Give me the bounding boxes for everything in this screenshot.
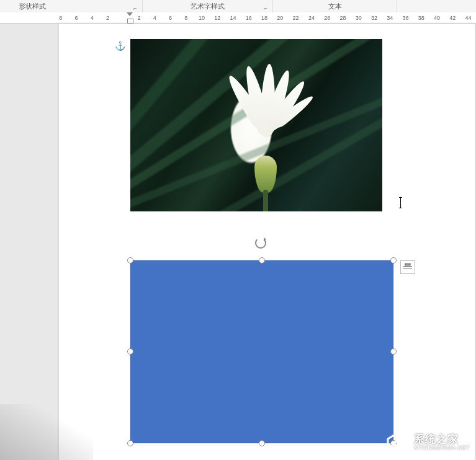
group-text: 文本 — [273, 0, 397, 12]
svg-rect-1 — [403, 268, 412, 268]
group-label-text: 文本 — [328, 2, 342, 11]
layout-options-icon — [403, 263, 413, 272]
anchor-icon: ⚓ — [115, 41, 125, 51]
document-canvas[interactable]: ⚓ — [0, 24, 476, 460]
ruler-tick: 32 — [366, 15, 382, 21]
resize-handle-top-right[interactable] — [390, 257, 397, 263]
ruler-tick: 26 — [320, 15, 335, 21]
group-label-wordart: 艺术字样式 — [191, 2, 225, 11]
ruler-tick: 4 — [147, 15, 163, 21]
svg-rect-3 — [392, 441, 400, 443]
ruler-tick: 16 — [241, 15, 256, 21]
resize-handle-top-middle[interactable] — [259, 257, 265, 263]
ruler-tick: 4 — [84, 15, 100, 21]
ruler-tick: 6 — [163, 15, 178, 21]
watermark: 系统之家 XITONGZHIJIA.NET — [385, 431, 470, 454]
document-page[interactable]: ⚓ — [59, 24, 475, 460]
group-shape-styles: 形状样式 ⌐ — [0, 0, 143, 12]
watermark-logo-icon — [385, 431, 410, 454]
svg-rect-5 — [402, 441, 404, 446]
group-wordart-styles: 艺术字样式 ⌐ — [143, 0, 273, 12]
ribbon-group-labels: 形状样式 ⌐ 艺术字样式 ⌐ 文本 — [0, 0, 476, 12]
watermark-title: 系统之家 — [414, 434, 470, 446]
svg-rect-4 — [392, 445, 400, 446]
dialog-launcher-icon[interactable]: ⌐ — [264, 5, 270, 11]
ruler-tick: 44 — [460, 15, 476, 21]
ruler-tick: 14 — [225, 15, 241, 21]
ruler-tick: 10 — [194, 15, 209, 21]
ruler-tick: 2 — [131, 15, 146, 21]
horizontal-ruler[interactable]: 8642246810121416182022242628303234363840… — [0, 12, 476, 24]
ruler-tick: 18 — [256, 15, 272, 21]
text-cursor-icon — [400, 197, 401, 208]
ruler-tick: 40 — [429, 15, 444, 21]
resize-handle-middle-right[interactable] — [390, 348, 397, 355]
rotate-handle-icon[interactable] — [255, 237, 266, 249]
resize-handle-bottom-middle[interactable] — [259, 440, 265, 446]
ruler-tick: 36 — [398, 15, 413, 21]
dialog-launcher-icon[interactable]: ⌐ — [133, 5, 140, 11]
ruler-tick: 12 — [210, 15, 225, 21]
resize-handle-bottom-left[interactable] — [127, 440, 133, 446]
selected-rectangle-shape[interactable] — [130, 260, 393, 443]
inserted-image[interactable] — [130, 39, 382, 211]
ruler-tick: 30 — [351, 15, 366, 21]
watermark-url: XITONGZHIJIA.NET — [414, 445, 470, 451]
resize-handle-top-left[interactable] — [127, 257, 133, 263]
ruler-tick: 22 — [288, 15, 303, 21]
ruler-tick: 34 — [382, 15, 398, 21]
ruler-tick: 42 — [445, 15, 460, 21]
ruler-tick: 8 — [53, 15, 68, 21]
ruler-tick: 8 — [178, 15, 194, 21]
ruler-tick: 2 — [100, 15, 115, 21]
ruler-tick: 20 — [272, 15, 288, 21]
ruler-tick: 28 — [335, 15, 351, 21]
svg-rect-0 — [403, 266, 412, 267]
resize-handle-middle-left[interactable] — [127, 348, 133, 355]
ruler-tick: 38 — [413, 15, 429, 21]
group-label-shape: 形状样式 — [19, 2, 46, 11]
layout-options-button[interactable] — [400, 260, 415, 274]
ruler-tick: 6 — [68, 15, 84, 21]
image-content — [254, 156, 277, 193]
ruler-tick: 24 — [303, 15, 319, 21]
